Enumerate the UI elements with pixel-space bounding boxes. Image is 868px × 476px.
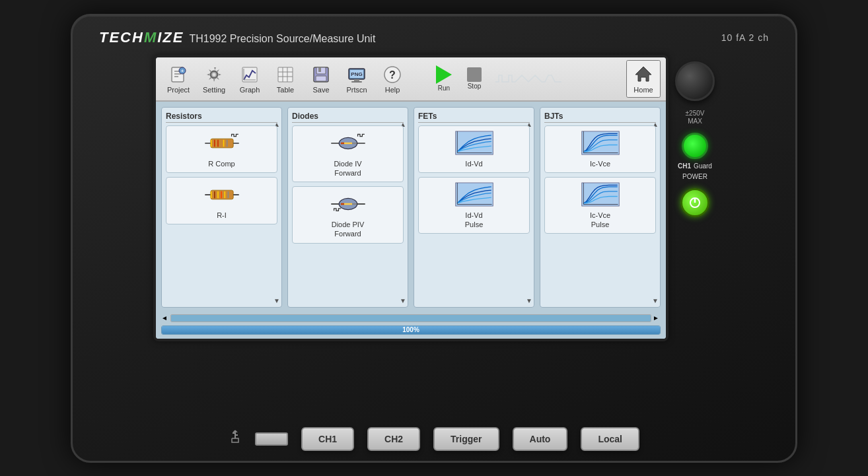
h-scroll-track[interactable] — [170, 314, 651, 322]
stop-icon — [467, 67, 482, 82]
run-stop-area: Run Stop — [424, 65, 494, 92]
diode-iv-item[interactable]: Diode IVForward — [292, 125, 404, 183]
home-label: Home — [633, 86, 653, 94]
project-icon: + — [168, 64, 189, 85]
bjts-panel: BJTs ▲ — [540, 107, 661, 308]
diode-piv-icon — [328, 191, 368, 217]
waveform-display — [495, 69, 625, 88]
ic-vce-icon — [581, 130, 620, 156]
help-icon: ? — [382, 64, 403, 85]
stop-button[interactable]: Stop — [461, 65, 488, 92]
id-vd-name: Id-Vd — [465, 159, 482, 168]
help-button[interactable]: ? Help — [375, 61, 410, 96]
scroll-right-btn[interactable]: ► — [653, 314, 661, 322]
svg-text:?: ? — [389, 69, 396, 81]
header-bar: TECHMIZE TH1992 Precision Source/Measure… — [86, 26, 782, 50]
svg-rect-25 — [354, 79, 359, 81]
ch1-hw-button[interactable]: CH1 — [301, 427, 354, 451]
ic-vce-item[interactable]: Ic-Vce — [544, 125, 656, 173]
setting-icon — [203, 64, 225, 85]
id-vd-item[interactable]: Id-Vd — [418, 125, 530, 173]
brand-name: TECHMIZE — [99, 29, 184, 46]
ch2-hw-button[interactable]: CH2 — [367, 427, 420, 451]
progress-bar-area: 100% — [156, 323, 666, 339]
resistors-title: Resistors — [166, 112, 277, 123]
svg-rect-21 — [316, 76, 326, 81]
resistors-panel: Resistors ▲ — [161, 107, 282, 308]
ch1-power-label: CH1 — [678, 162, 691, 170]
device-body: TECHMIZE TH1992 Precision Source/Measure… — [71, 14, 797, 463]
control-knob[interactable] — [675, 61, 715, 101]
screen: + Project — [156, 57, 666, 339]
guard-label: Guard — [694, 162, 712, 170]
bjts-title: BJTs — [544, 112, 656, 123]
id-vd-pulse-item[interactable]: Id-VdPulse — [418, 177, 530, 234]
screen-and-controls: + Project — [153, 55, 715, 341]
right-controls: ±250V MAX CH1 Guard POWER — [675, 55, 715, 217]
usb-icon — [229, 429, 242, 448]
id-vd-pulse-icon — [454, 182, 494, 208]
save-label: Save — [312, 86, 329, 94]
graph-button[interactable]: Graph — [233, 61, 267, 96]
r-comp-icon — [202, 130, 242, 156]
trigger-hw-button[interactable]: Trigger — [433, 427, 499, 451]
screen-container: + Project — [153, 55, 669, 341]
diode-piv-name: Diode PIVForward — [332, 220, 365, 239]
diode-iv-icon — [328, 130, 368, 156]
save-icon — [310, 64, 332, 85]
setting-button[interactable]: Setting — [197, 61, 231, 96]
id-vd-icon — [454, 130, 494, 156]
toolbar: + Project — [156, 57, 666, 102]
fets-panel: FETs ▲ — [414, 107, 534, 308]
ic-vce-pulse-item[interactable]: Ic-VcePulse — [544, 177, 656, 234]
fets-title: FETs — [418, 112, 530, 123]
home-button[interactable]: Home — [626, 60, 661, 98]
home-icon — [633, 64, 654, 85]
voltage-limit-label: ±250V MAX — [686, 109, 705, 125]
r-comp-item[interactable]: R Comp — [166, 125, 277, 173]
power-button[interactable] — [680, 188, 709, 217]
ic-vce-name: Ic-Vce — [590, 159, 610, 168]
id-vd-pulse-name: Id-VdPulse — [465, 211, 484, 230]
table-icon — [275, 64, 296, 85]
save-button[interactable]: Save — [304, 61, 338, 96]
prtscn-icon: PNG — [346, 64, 367, 85]
run-icon — [436, 65, 452, 84]
bjts-scroll-down[interactable]: ▼ — [652, 297, 659, 304]
prtscn-label: Prtscn — [346, 86, 367, 94]
setting-label: Setting — [203, 86, 225, 94]
svg-rect-13 — [278, 67, 293, 82]
project-label: Project — [167, 86, 190, 94]
scroll-left-btn[interactable]: ◄ — [161, 314, 169, 322]
prtscn-button[interactable]: PNG Prtscn — [340, 61, 374, 96]
project-button[interactable]: + Project — [161, 61, 196, 96]
ic-vce-pulse-name: Ic-VcePulse — [590, 211, 610, 230]
r-i-item[interactable]: R-I — [166, 177, 277, 224]
fets-scroll-down[interactable]: ▼ — [526, 297, 532, 304]
usb-port[interactable] — [255, 432, 288, 446]
svg-text:+: + — [181, 69, 184, 73]
power-icon — [688, 196, 702, 209]
ch1-indicator: CH1 Guard POWER — [678, 133, 712, 180]
power-sublabel: POWER — [682, 173, 707, 180]
main-content: Resistors ▲ — [156, 102, 666, 313]
progress-fill: 100% — [162, 326, 660, 334]
resistors-scroll-down[interactable]: ▼ — [273, 297, 280, 304]
diode-piv-item[interactable]: Diode PIVForward — [292, 186, 404, 244]
h-scroll-thumb[interactable] — [171, 315, 651, 322]
device-specs: 10 fA 2 ch — [721, 32, 769, 43]
table-button[interactable]: Table — [268, 61, 303, 96]
svg-rect-59 — [455, 131, 493, 154]
graph-icon — [239, 64, 260, 85]
r-comp-name: R Comp — [208, 159, 235, 168]
auto-hw-button[interactable]: Auto — [513, 427, 568, 451]
model-name: TH1992 Precision Source/Measure Unit — [189, 33, 375, 45]
ch1-power-light — [682, 133, 708, 159]
run-label: Run — [438, 85, 450, 92]
run-button[interactable]: Run — [431, 65, 457, 92]
help-label: Help — [385, 86, 400, 94]
svg-rect-20 — [318, 67, 321, 72]
local-hw-button[interactable]: Local — [581, 427, 639, 451]
diodes-scroll-down[interactable]: ▼ — [400, 297, 406, 304]
brand: TECHMIZE TH1992 Precision Source/Measure… — [99, 29, 375, 46]
